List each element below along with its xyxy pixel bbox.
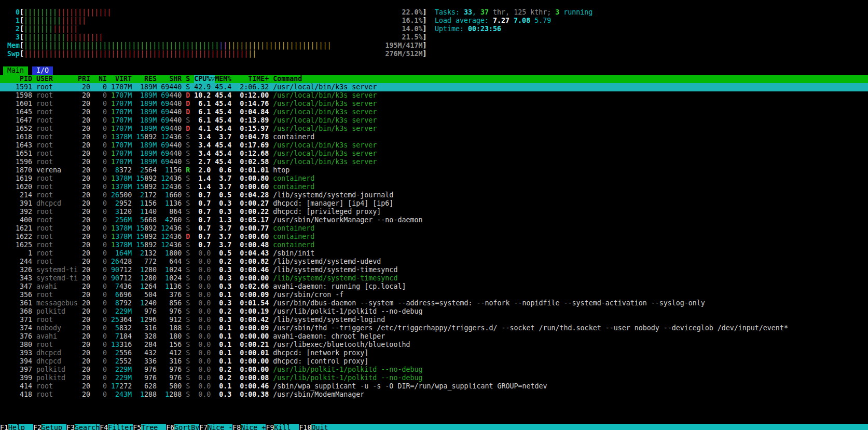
process-row[interactable]: 376avahi 20 07184328180S 0.0 0.1 0:00.00… <box>0 332 868 341</box>
cell-res: 432 <box>136 349 157 357</box>
process-row[interactable]: 414root 20 017272628500S 0.0 0.1 0:00.46… <box>0 382 868 391</box>
cell-state: S <box>186 241 190 249</box>
fkey-help[interactable]: F1Help <box>0 424 33 430</box>
fkey-nice[interactable]: F7Nice - <box>199 424 232 430</box>
process-row[interactable]: 1652root 20 01707M189M69440D 4.145.4 0:1… <box>0 125 868 133</box>
cell-res: 15892 <box>136 233 157 241</box>
process-row[interactable]: 394dhcpcd 20 02552336316S 0.0 0.1 0:00.0… <box>0 357 868 366</box>
column-header-time[interactable]: TIME+ <box>236 75 269 83</box>
process-row[interactable]: 1618root 20 01378M1589212436S 3.4 3.7 0:… <box>0 133 868 141</box>
process-row[interactable]: 1root 20 0164M21321800S 0.0 0.5 0:04.43/… <box>0 249 868 258</box>
column-header-pri[interactable]: PRI <box>78 75 90 83</box>
cell-ni: 0 <box>94 199 107 208</box>
process-row[interactable]: 1870verena 20 0837225641156R 2.0 0.6 0:0… <box>0 166 868 174</box>
process-row[interactable]: 1645root 20 01707M189M69440D 6.145.4 0:0… <box>0 108 868 116</box>
process-row[interactable]: 374nobody 20 05832316188S 0.0 0.1 0:00.0… <box>0 324 868 332</box>
fkey-sortby[interactable]: F6SortBy <box>166 424 199 430</box>
cell-command: /usr/local/bin/k3s server <box>273 150 377 158</box>
column-header-command[interactable]: Command <box>273 75 302 83</box>
process-row[interactable]: 371root 20 0253641296912S 0.0 0.3 0:00.4… <box>0 316 868 324</box>
process-row[interactable]: 1598root 20 01707M189M69440D10.245.4 0:1… <box>0 91 868 100</box>
process-row[interactable]: 1619root 20 01378M1589212436S 1.4 3.7 0:… <box>0 174 868 183</box>
cpu-meter-3: 3[|||||||||||||||||||21.5%] <box>3 33 427 42</box>
cell-pri: 20 <box>78 274 90 283</box>
column-header-res[interactable]: RES <box>136 75 157 83</box>
process-row[interactable]: 380root 20 013316284156S 0.0 0.1 0:00.21… <box>0 341 868 349</box>
process-row[interactable]: 1620root 20 01378M1589212436S 1.4 3.7 0:… <box>0 183 868 191</box>
column-header-user[interactable]: USER <box>36 75 78 83</box>
fkey-setup[interactable]: F2Setup <box>33 424 66 430</box>
process-row[interactable]: 1651root 20 01707M189M69440S 3.445.4 0:1… <box>0 150 868 158</box>
cell-pri: 20 <box>78 357 90 366</box>
cell-user: root <box>36 258 78 266</box>
cell-user: root <box>36 100 78 108</box>
cell-time: 0:00.42 <box>236 316 269 324</box>
process-row[interactable]: 1621root 20 01378M1589212436S 0.7 3.7 0:… <box>0 224 868 233</box>
process-row[interactable]: 418root 20 0243M12881288S 0.0 0.3 0:00.3… <box>0 391 868 399</box>
column-header-ni[interactable]: NI <box>94 75 107 83</box>
cell-pid: 1652 <box>3 125 32 133</box>
process-row[interactable]: 399polkitd 20 0229M976976S 0.0 0.2 0:00.… <box>0 374 868 382</box>
cell-cpu: 0.0 <box>194 307 211 316</box>
cell-mem: 45.4 <box>215 83 231 91</box>
fkey-filter[interactable]: F4Filter <box>100 424 133 430</box>
cell-virt: 229M <box>111 374 132 382</box>
cell-virt: 2552 <box>111 357 132 366</box>
cell-pri: 20 <box>78 266 90 274</box>
process-row[interactable]: 391dhcpcd 20 0295211561136S 0.7 0.3 0:00… <box>0 199 868 208</box>
cell-state: D <box>186 108 190 116</box>
process-row[interactable]: 347avahi 20 0743612641136S 0.0 0.3 0:02.… <box>0 283 868 291</box>
fkey-search[interactable]: F3Search <box>66 424 100 430</box>
cell-res: 189M <box>136 116 157 125</box>
cell-state: S <box>186 341 190 349</box>
column-header-shr[interactable]: SHR <box>161 75 182 83</box>
fkey-nice[interactable]: F8Nice + <box>232 424 266 430</box>
cell-user: root <box>36 150 78 158</box>
cell-time: 0:00.09 <box>236 324 269 332</box>
cell-shr: 69440 <box>161 100 182 108</box>
column-header-virt[interactable]: VIRT <box>111 75 132 83</box>
process-row[interactable]: 326systemd-ti 20 09071212801024S 0.0 0.3… <box>0 266 868 274</box>
cell-shr: 976 <box>161 366 182 374</box>
process-row[interactable]: 214root 20 02650021721660S 0.7 0.5 0:04.… <box>0 191 868 199</box>
fkey-tree[interactable]: F5Tree <box>133 424 166 430</box>
process-row[interactable]: 393dhcpcd 20 02556432412S 0.0 0.1 0:00.0… <box>0 349 868 357</box>
cell-res: 336 <box>136 357 157 366</box>
column-header-cpu[interactable]: CPU% <box>194 75 211 83</box>
process-row[interactable]: 361messagebus 20 087921240856S 0.0 0.3 0… <box>0 299 868 307</box>
process-row[interactable]: 356root 20 06696504376S 0.0 0.1 0:00.09/… <box>0 291 868 299</box>
tab-main[interactable]: Main <box>3 66 28 75</box>
column-header-pid[interactable]: PID <box>3 75 32 83</box>
process-row[interactable]: 1625root 20 01378M1589212436S 0.7 3.7 0:… <box>0 241 868 249</box>
cell-virt: 1707M <box>111 158 132 166</box>
fkey-kill[interactable]: F9Kill <box>266 424 299 430</box>
process-row[interactable]: 400root 20 0256M56684260S 0.7 1.3 0:05.1… <box>0 216 868 224</box>
process-row[interactable]: 1647root 20 01707M189M69440S 6.145.4 0:1… <box>0 116 868 125</box>
column-header-state[interactable]: S <box>186 75 190 83</box>
process-row[interactable]: 397polkitd 20 0229M976976S 0.0 0.2 0:00.… <box>0 366 868 374</box>
process-row[interactable]: 1622root 20 01378M1589212436D 0.7 3.7 0:… <box>0 233 868 241</box>
cell-mem: 45.4 <box>215 158 231 166</box>
tab-io[interactable]: I/O <box>32 66 53 75</box>
process-row[interactable]: 1596root 20 01707M189M69440S 2.745.4 0:0… <box>0 158 868 166</box>
cell-pid: 399 <box>3 374 32 382</box>
column-header-mem[interactable]: MEM% <box>215 75 231 83</box>
fkey-quit[interactable]: F10Quit <box>299 424 336 430</box>
process-row[interactable]: 343systemd-ti 20 09071212801024S 0.0 0.3… <box>0 274 868 283</box>
cell-shr: 69440 <box>161 91 182 100</box>
process-row[interactable]: 368polkitd 20 0229M976976S 0.0 0.2 0:00.… <box>0 307 868 316</box>
process-row[interactable]: 1601root 20 01707M189M69440D 6.145.4 0:1… <box>0 100 868 108</box>
cell-mem: 0.2 <box>215 307 231 316</box>
cell-ni: 0 <box>94 208 107 216</box>
cell-res: 504 <box>136 291 157 299</box>
cell-pid: 418 <box>3 391 32 399</box>
process-row[interactable]: 1591root 20 01707M189M69440S42.945.4 2:0… <box>0 83 868 91</box>
cell-cpu: 0.7 <box>194 216 211 224</box>
process-row[interactable]: 392root 20 031201140864S 0.7 0.3 0:00.22… <box>0 208 868 216</box>
cell-command: containerd <box>273 174 314 183</box>
cell-ni: 0 <box>94 133 107 141</box>
process-row[interactable]: 244root 20 026428772644S 0.0 0.2 0:00.82… <box>0 258 868 266</box>
process-row[interactable]: 1643root 20 01707M189M69440S 3.445.4 0:1… <box>0 141 868 150</box>
cell-user: avahi <box>36 332 78 341</box>
cell-pid: 361 <box>3 299 32 307</box>
